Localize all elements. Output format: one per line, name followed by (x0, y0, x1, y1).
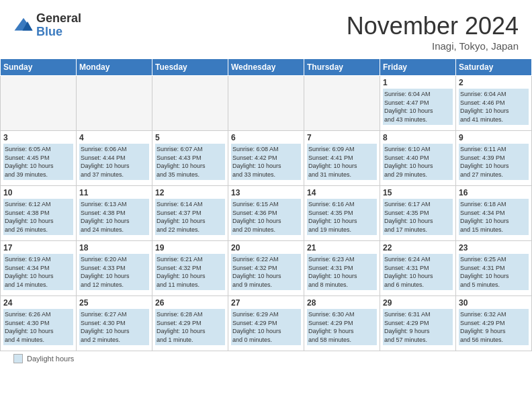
day-number: 16 (459, 188, 529, 197)
calendar-cell: 17Sunrise: 6:19 AMSunset: 4:34 PMDayligh… (1, 241, 77, 296)
day-info: Sunrise: 6:27 AMSunset: 4:30 PMDaylight:… (79, 309, 149, 345)
logo-icon (13, 15, 34, 36)
calendar-cell: 24Sunrise: 6:26 AMSunset: 4:30 PMDayligh… (1, 296, 77, 351)
day-info: Sunrise: 6:04 AMSunset: 4:47 PMDaylight:… (383, 89, 453, 125)
day-info: Sunrise: 6:28 AMSunset: 4:29 PMDaylight:… (155, 309, 225, 345)
day-info: Sunrise: 6:12 AMSunset: 4:38 PMDaylight:… (3, 199, 73, 235)
calendar-cell: 13Sunrise: 6:15 AMSunset: 4:36 PMDayligh… (228, 186, 304, 241)
day-number: 8 (383, 133, 453, 142)
day-info: Sunrise: 6:14 AMSunset: 4:37 PMDaylight:… (155, 199, 225, 235)
calendar-cell: 19Sunrise: 6:21 AMSunset: 4:32 PMDayligh… (152, 241, 228, 296)
calendar-cell: 16Sunrise: 6:18 AMSunset: 4:34 PMDayligh… (456, 186, 532, 241)
logo-text: General Blue (36, 12, 81, 39)
calendar-week-row: 1Sunrise: 6:04 AMSunset: 4:47 PMDaylight… (1, 76, 532, 131)
calendar-week-row: 17Sunrise: 6:19 AMSunset: 4:34 PMDayligh… (1, 241, 532, 296)
calendar-cell: 18Sunrise: 6:20 AMSunset: 4:33 PMDayligh… (77, 241, 152, 296)
weekday-header: Wednesday (228, 59, 304, 76)
day-info: Sunrise: 6:16 AMSunset: 4:35 PMDaylight:… (307, 199, 377, 235)
day-number: 26 (155, 298, 225, 308)
day-number: 11 (79, 188, 149, 197)
day-info: Sunrise: 6:09 AMSunset: 4:41 PMDaylight:… (307, 144, 377, 180)
day-number: 17 (3, 243, 73, 253)
day-number: 29 (383, 298, 453, 308)
calendar-week-row: 3Sunrise: 6:05 AMSunset: 4:45 PMDaylight… (1, 131, 532, 186)
calendar-cell: 10Sunrise: 6:12 AMSunset: 4:38 PMDayligh… (1, 186, 77, 241)
daylight-label: Daylight hours (27, 355, 74, 363)
calendar-cell: 9Sunrise: 6:11 AMSunset: 4:39 PMDaylight… (456, 131, 532, 186)
calendar-cell (228, 76, 304, 131)
calendar-cell: 20Sunrise: 6:22 AMSunset: 4:32 PMDayligh… (228, 241, 304, 296)
calendar-cell: 5Sunrise: 6:07 AMSunset: 4:43 PMDaylight… (152, 131, 228, 186)
title-block: November 2024 Inagi, Tokyo, Japan (347, 12, 519, 52)
day-number: 24 (3, 298, 73, 308)
month-title: November 2024 (347, 12, 519, 40)
day-info: Sunrise: 6:17 AMSunset: 4:35 PMDaylight:… (383, 199, 453, 235)
calendar-cell: 27Sunrise: 6:29 AMSunset: 4:29 PMDayligh… (228, 296, 304, 351)
calendar-cell: 23Sunrise: 6:25 AMSunset: 4:31 PMDayligh… (456, 241, 532, 296)
calendar-cell: 15Sunrise: 6:17 AMSunset: 4:35 PMDayligh… (380, 186, 456, 241)
weekday-header: Sunday (1, 59, 77, 76)
day-info: Sunrise: 6:30 AMSunset: 4:29 PMDaylight:… (307, 309, 377, 345)
calendar-table: SundayMondayTuesdayWednesdayThursdayFrid… (0, 58, 532, 351)
calendar-cell: 12Sunrise: 6:14 AMSunset: 4:37 PMDayligh… (152, 186, 228, 241)
day-number: 1 (383, 78, 453, 87)
weekday-header: Tuesday (152, 59, 228, 76)
day-number: 30 (459, 298, 529, 308)
day-number: 15 (383, 188, 453, 197)
day-number: 9 (459, 133, 529, 142)
day-number: 5 (155, 133, 225, 142)
daylight-box (13, 354, 23, 363)
day-info: Sunrise: 6:08 AMSunset: 4:42 PMDaylight:… (231, 144, 301, 180)
day-number: 4 (79, 133, 149, 142)
day-number: 20 (231, 243, 301, 253)
day-info: Sunrise: 6:13 AMSunset: 4:38 PMDaylight:… (79, 199, 149, 235)
calendar-cell: 7Sunrise: 6:09 AMSunset: 4:41 PMDaylight… (304, 131, 380, 186)
day-number: 3 (3, 133, 73, 142)
calendar-cell: 14Sunrise: 6:16 AMSunset: 4:35 PMDayligh… (304, 186, 380, 241)
day-info: Sunrise: 6:05 AMSunset: 4:45 PMDaylight:… (3, 144, 73, 180)
day-info: Sunrise: 6:15 AMSunset: 4:36 PMDaylight:… (231, 199, 301, 235)
weekday-header: Saturday (456, 59, 532, 76)
day-number: 12 (155, 188, 225, 197)
calendar-cell: 11Sunrise: 6:13 AMSunset: 4:38 PMDayligh… (77, 186, 152, 241)
day-number: 2 (459, 78, 529, 87)
weekday-header: Monday (77, 59, 152, 76)
day-info: Sunrise: 6:22 AMSunset: 4:32 PMDaylight:… (231, 254, 301, 290)
day-number: 25 (79, 298, 149, 308)
day-info: Sunrise: 6:10 AMSunset: 4:40 PMDaylight:… (383, 144, 453, 180)
day-info: Sunrise: 6:20 AMSunset: 4:33 PMDaylight:… (79, 254, 149, 290)
location: Inagi, Tokyo, Japan (347, 40, 519, 52)
day-number: 14 (307, 188, 377, 197)
calendar-cell: 8Sunrise: 6:10 AMSunset: 4:40 PMDaylight… (380, 131, 456, 186)
page-header: General Blue November 2024 Inagi, Tokyo,… (0, 0, 532, 58)
day-info: Sunrise: 6:04 AMSunset: 4:46 PMDaylight:… (459, 89, 529, 125)
day-number: 18 (79, 243, 149, 253)
calendar-cell (152, 76, 228, 131)
day-info: Sunrise: 6:23 AMSunset: 4:31 PMDaylight:… (307, 254, 377, 290)
calendar-cell: 4Sunrise: 6:06 AMSunset: 4:44 PMDaylight… (77, 131, 152, 186)
day-number: 10 (3, 188, 73, 197)
day-number: 22 (383, 243, 453, 253)
day-info: Sunrise: 6:21 AMSunset: 4:32 PMDaylight:… (155, 254, 225, 290)
day-number: 19 (155, 243, 225, 253)
day-info: Sunrise: 6:24 AMSunset: 4:31 PMDaylight:… (383, 254, 453, 290)
calendar-cell: 29Sunrise: 6:31 AMSunset: 4:29 PMDayligh… (380, 296, 456, 351)
weekday-header: Thursday (304, 59, 380, 76)
calendar-cell: 2Sunrise: 6:04 AMSunset: 4:46 PMDaylight… (456, 76, 532, 131)
day-info: Sunrise: 6:19 AMSunset: 4:34 PMDaylight:… (3, 254, 73, 290)
calendar-cell: 6Sunrise: 6:08 AMSunset: 4:42 PMDaylight… (228, 131, 304, 186)
calendar-cell (77, 76, 152, 131)
day-number: 23 (459, 243, 529, 253)
calendar-cell: 21Sunrise: 6:23 AMSunset: 4:31 PMDayligh… (304, 241, 380, 296)
day-info: Sunrise: 6:31 AMSunset: 4:29 PMDaylight:… (383, 309, 453, 345)
day-number: 28 (307, 298, 377, 308)
calendar-footer: Daylight hours (0, 351, 532, 366)
day-info: Sunrise: 6:07 AMSunset: 4:43 PMDaylight:… (155, 144, 225, 180)
calendar-cell: 1Sunrise: 6:04 AMSunset: 4:47 PMDaylight… (380, 76, 456, 131)
logo-general: General (36, 12, 81, 26)
day-info: Sunrise: 6:26 AMSunset: 4:30 PMDaylight:… (3, 309, 73, 345)
day-number: 6 (231, 133, 301, 142)
day-number: 21 (307, 243, 377, 253)
calendar-cell: 3Sunrise: 6:05 AMSunset: 4:45 PMDaylight… (1, 131, 77, 186)
day-number: 7 (307, 133, 377, 142)
